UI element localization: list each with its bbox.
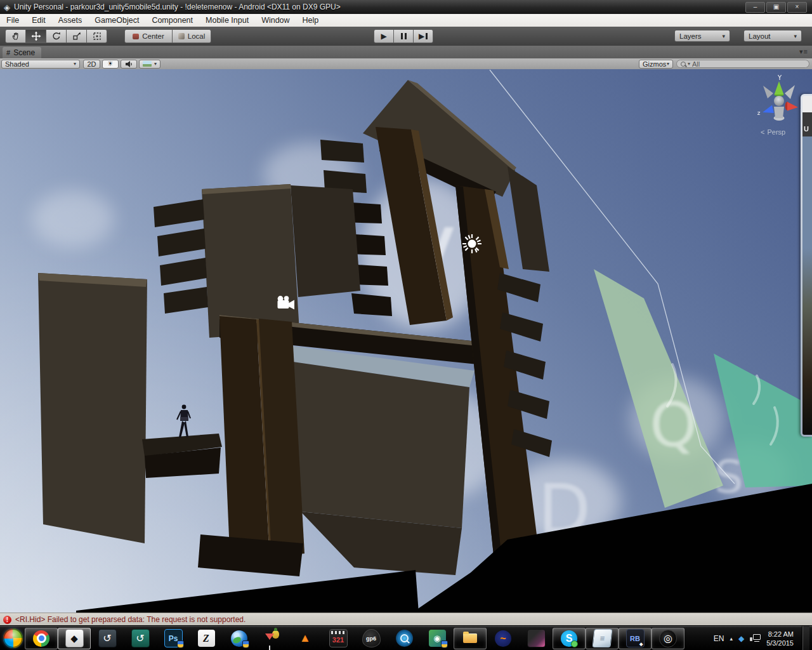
chevron-down-icon: ▾ [688, 61, 690, 67]
taskbar-app-guitar-pro[interactable]: gp6 [355, 628, 388, 649]
taskbar-app-cocktail[interactable] [256, 628, 289, 649]
start-button[interactable] [3, 628, 23, 648]
taskbar-app-google-earth[interactable] [223, 628, 256, 649]
move-tool-button[interactable] [25, 29, 46, 43]
effects-toggle-button[interactable]: ▾ [139, 60, 160, 69]
taskbar-app-obs[interactable]: ◎ [652, 628, 684, 649]
notepad-icon: ≡ [592, 629, 612, 647]
axis-cone-nw[interactable] [763, 86, 773, 98]
floating-window-edge[interactable]: U [801, 94, 812, 437]
taskbar-app-video-capture[interactable]: ◉ [421, 628, 454, 649]
menu-file[interactable]: File [0, 14, 25, 27]
network-icon[interactable] [750, 633, 761, 643]
taskbar-app-chrome[interactable] [25, 628, 58, 649]
pan-tool-button[interactable] [5, 29, 26, 43]
scene-viewport[interactable]: .wd{fill:#281d10}.w2{fill:#2c2113}.wl{fi… [0, 69, 812, 613]
scale-tool-button[interactable] [66, 29, 87, 43]
pause-button[interactable] [393, 29, 414, 43]
search-input[interactable] [692, 60, 787, 68]
scene-search-field[interactable]: ▾ [676, 60, 809, 68]
layout-dropdown[interactable]: Layout▾ [743, 30, 802, 42]
sun-light-gizmo[interactable] [462, 234, 481, 253]
menu-help[interactable]: Help [296, 14, 325, 27]
taskbar-app-spiral-teal[interactable]: ↺ [124, 628, 157, 649]
playback-controls: ▶ ▶ [374, 29, 433, 43]
menu-window[interactable]: Window [255, 14, 296, 27]
taskbar: ◆ ↺ ↺ Ps Z ▲ 321 gp6 [0, 625, 812, 650]
projection-label[interactable]: < Persp [761, 128, 785, 136]
taskbar-app-search-tool[interactable] [388, 628, 421, 649]
taskbar-app-unity[interactable]: ◆ [58, 628, 91, 649]
taskbar-app-notepad[interactable]: ≡ [586, 628, 619, 649]
menu-edit[interactable]: Edit [25, 14, 52, 27]
x-axis-cone[interactable] [787, 102, 798, 111]
taskbar-app-zbrush[interactable]: Z [190, 628, 223, 649]
axis-cone-ne[interactable] [785, 85, 795, 99]
rect-tool-button[interactable] [86, 29, 107, 43]
taskbar-app-spiral-dark[interactable]: ↺ [91, 628, 124, 649]
play-button[interactable]: ▶ [374, 29, 394, 43]
taskbar-app-photoshop[interactable]: Ps [157, 628, 190, 649]
folder-icon [462, 630, 479, 647]
toggle-2d-button[interactable]: 2D [83, 60, 100, 69]
audio-toggle-button[interactable] [121, 60, 137, 69]
taskbar-app-explorer[interactable] [454, 628, 487, 649]
menu-gameobject[interactable]: GameObject [88, 14, 145, 27]
title-bar[interactable]: ◈ Unity Personal - parkour3d_unity5mobil… [0, 0, 812, 15]
y-axis-cone[interactable] [775, 81, 784, 95]
menu-mobile-input[interactable]: Mobile Input [199, 14, 255, 27]
player-character[interactable] [177, 405, 190, 438]
show-desktop-button[interactable] [802, 626, 809, 650]
unity-toolbar: Center Local ▶ ▶ Layers▾ Layout▾ [0, 27, 812, 46]
menu-assets[interactable]: Assets [52, 14, 89, 27]
taskbar-app-vlc[interactable]: ▲ [289, 628, 322, 649]
close-button[interactable]: × [787, 2, 807, 13]
taskbar-app-graphics-tool[interactable] [520, 628, 553, 649]
clock[interactable]: 8:22 AM 5/3/2015 [766, 630, 796, 647]
gizmo-center-sphere[interactable] [774, 96, 784, 106]
online-status-dot [571, 640, 578, 647]
menu-component[interactable]: Component [145, 14, 199, 27]
language-indicator[interactable]: EN [714, 634, 724, 643]
y-axis-label: Y [777, 74, 782, 81]
shading-mode-dropdown[interactable]: Shaded▾ [1, 60, 80, 69]
panel-menu-icon[interactable]: ▾≡ [799, 48, 808, 56]
tab-scene[interactable]: # Scene [3, 47, 41, 58]
minimize-button[interactable]: – [745, 2, 765, 13]
error-icon: ! [3, 616, 11, 624]
floating-window-content: U [802, 96, 812, 435]
restore-button[interactable]: ▣ [766, 2, 786, 13]
clock-time: 8:22 AM [766, 630, 794, 639]
lighting-toggle-button[interactable]: ☀ [102, 60, 119, 69]
pivot-controls: Center Local [124, 29, 211, 43]
move-icon [31, 31, 41, 41]
floating-window-tab: U [804, 125, 809, 133]
grid-icon: # [6, 49, 10, 56]
obs-icon: ◎ [659, 630, 677, 647]
step-button[interactable]: ▶ [413, 29, 433, 43]
google-earth-icon [231, 630, 247, 647]
gizmos-dropdown[interactable]: Gizmos▾ [639, 60, 673, 69]
tray-expand-icon[interactable]: ▴ [730, 635, 733, 642]
rotate-tool-button[interactable] [46, 29, 67, 43]
z-axis-cone[interactable] [763, 105, 774, 114]
taskbar-app-mpc[interactable]: 321 [322, 628, 355, 649]
chevron-left-icon: < [761, 128, 764, 136]
graphics-tool-icon [527, 629, 546, 647]
taskbar-app-rb-unity[interactable]: RB◆ [619, 628, 652, 649]
pivot-local-button[interactable]: Local [172, 29, 211, 43]
orientation-gizmo[interactable]: Y x z [757, 74, 804, 121]
layers-dropdown[interactable]: Layers▾ [674, 30, 730, 42]
window-title: Unity Personal - parkour3d_unity5mobile5… [14, 3, 341, 11]
step-icon: ▶ [419, 32, 424, 41]
uac-shield-icon [242, 640, 249, 648]
skype-icon: S [561, 630, 577, 647]
chevron-down-icon: ▾ [722, 33, 725, 39]
taskbar-app-audacity[interactable]: ~ [487, 628, 520, 649]
spiral-teal-icon: ↺ [131, 629, 150, 647]
pivot-center-button[interactable]: Center [124, 29, 173, 43]
cocktail-icon [264, 630, 281, 647]
taskbar-app-skype[interactable]: S [553, 628, 586, 649]
status-bar[interactable]: ! <RI.Hid> Failed to get preparsed data:… [0, 613, 812, 626]
dropbox-icon[interactable]: ◆ [738, 634, 744, 643]
